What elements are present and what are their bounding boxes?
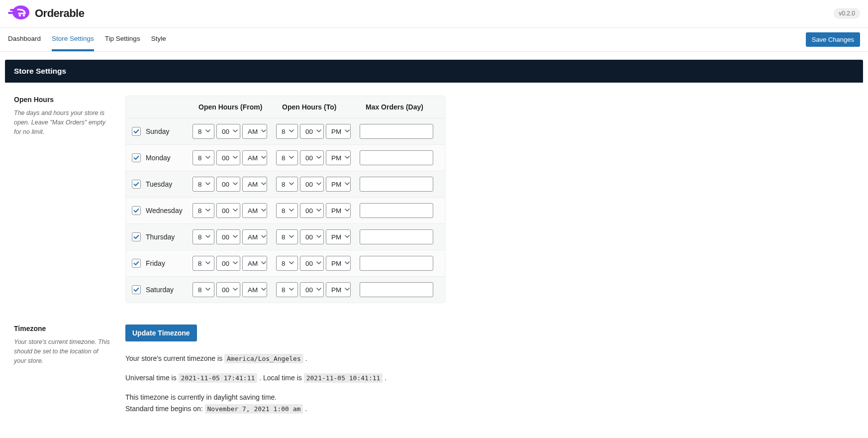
to-ampm-select[interactable]: PM (326, 177, 351, 192)
max-orders-input[interactable] (360, 177, 433, 192)
to-ampm-select[interactable]: PM (326, 124, 351, 139)
chevron-down-icon (261, 207, 267, 215)
from-minute-select[interactable]: 00 (216, 256, 240, 271)
to-ampm-select[interactable]: PM (326, 229, 351, 244)
chevron-down-icon (344, 260, 350, 267)
brand-icon (8, 5, 30, 21)
chevron-down-icon (344, 181, 350, 188)
day-enabled-checkbox[interactable] (132, 127, 141, 136)
max-orders-input[interactable] (360, 203, 433, 218)
to-hour-select[interactable]: 8 (276, 203, 298, 218)
chevron-down-icon (261, 154, 267, 162)
to-ampm-select[interactable]: PM (326, 150, 351, 165)
chevron-down-icon (232, 128, 238, 135)
brand-logo: Orderable (8, 5, 84, 21)
to-minute-select[interactable]: 00 (300, 282, 324, 297)
to-hour-select[interactable]: 8 (276, 282, 298, 297)
day-enabled-checkbox[interactable] (132, 285, 141, 294)
day-enabled-checkbox[interactable] (132, 259, 141, 268)
from-hour-select[interactable]: 8 (193, 203, 214, 218)
from-ampm-select[interactable]: AM (242, 124, 267, 139)
chevron-down-icon (289, 286, 294, 294)
save-changes-button[interactable]: Save Changes (806, 32, 860, 47)
to-hour-select[interactable]: 8 (276, 177, 298, 192)
chevron-down-icon (316, 260, 322, 267)
to-minute-select[interactable]: 00 (300, 256, 324, 271)
to-minute-select[interactable]: 00 (300, 150, 324, 165)
chevron-down-icon (261, 286, 267, 294)
to-minute-select[interactable]: 00 (300, 177, 324, 192)
from-hour-select[interactable]: 8 (193, 282, 214, 297)
chevron-down-icon (205, 128, 211, 135)
day-enabled-checkbox[interactable] (132, 153, 141, 162)
to-hour-select[interactable]: 8 (276, 124, 298, 139)
from-ampm-select[interactable]: AM (242, 150, 267, 165)
local-time: 2021-11-05 10:41:11 (304, 373, 383, 383)
max-orders-input[interactable] (360, 282, 433, 297)
max-orders-input[interactable] (360, 150, 433, 165)
from-ampm-select[interactable]: AM (242, 229, 267, 244)
to-hour-select[interactable]: 8 (276, 229, 298, 244)
tab-dashboard[interactable]: Dashboard (8, 28, 41, 51)
from-hour-select[interactable]: 8 (193, 150, 214, 165)
day-name: Saturday (146, 286, 174, 294)
from-minute-select[interactable]: 00 (216, 203, 240, 218)
to-ampm-select[interactable]: PM (326, 203, 351, 218)
chevron-down-icon (261, 181, 267, 188)
day-enabled-checkbox[interactable] (132, 180, 141, 189)
from-minute-select[interactable]: 00 (216, 177, 240, 192)
to-ampm-select[interactable]: PM (326, 256, 351, 271)
from-ampm-select[interactable]: AM (242, 282, 267, 297)
update-timezone-button[interactable]: Update Timezone (125, 325, 197, 341)
max-orders-input[interactable] (360, 256, 433, 271)
chevron-down-icon (261, 260, 267, 267)
day-row: Thursday800AM800PM (126, 223, 445, 250)
day-enabled-checkbox[interactable] (132, 206, 141, 215)
from-ampm-select[interactable]: AM (242, 177, 267, 192)
from-minute-select[interactable]: 00 (216, 282, 240, 297)
chevron-down-icon (289, 260, 294, 267)
max-orders-input[interactable] (360, 124, 433, 139)
chevron-down-icon (232, 181, 238, 188)
from-minute-select[interactable]: 00 (216, 124, 240, 139)
section-open-hours: Open Hours The days and hours your store… (14, 96, 854, 305)
from-hour-select[interactable]: 8 (193, 229, 214, 244)
chevron-down-icon (316, 128, 322, 135)
chevron-down-icon (289, 233, 294, 241)
from-hour-select[interactable]: 8 (193, 124, 214, 139)
max-orders-input[interactable] (360, 229, 433, 244)
from-hour-select[interactable]: 8 (193, 177, 214, 192)
from-minute-select[interactable]: 00 (216, 229, 240, 244)
chevron-down-icon (344, 286, 350, 294)
day-row: Saturday800AM800PM (126, 276, 445, 303)
open-hours-title: Open Hours (14, 96, 111, 104)
day-enabled-checkbox[interactable] (132, 232, 141, 241)
to-ampm-select[interactable]: PM (326, 282, 351, 297)
from-minute-select[interactable]: 00 (216, 150, 240, 165)
chevron-down-icon (316, 286, 322, 294)
to-hour-select[interactable]: 8 (276, 150, 298, 165)
chevron-down-icon (205, 286, 211, 294)
chevron-down-icon (205, 154, 211, 162)
tab-style[interactable]: Style (151, 28, 166, 51)
chevron-down-icon (316, 207, 322, 215)
from-hour-select[interactable]: 8 (193, 256, 214, 271)
timezone-current-line: Your store's current timezone is America… (125, 353, 553, 364)
tab-store-settings[interactable]: Store Settings (52, 28, 94, 51)
from-ampm-select[interactable]: AM (242, 256, 267, 271)
to-minute-select[interactable]: 00 (300, 124, 324, 139)
to-minute-select[interactable]: 00 (300, 203, 324, 218)
version-badge: v0.2.0 (834, 8, 860, 19)
svg-point-1 (19, 14, 21, 16)
to-minute-select[interactable]: 00 (300, 229, 324, 244)
chevron-down-icon (316, 154, 322, 162)
from-ampm-select[interactable]: AM (242, 203, 267, 218)
chevron-down-icon (344, 233, 350, 241)
open-hours-desc: The days and hours your store is open. L… (14, 109, 111, 136)
to-hour-select[interactable]: 8 (276, 256, 298, 271)
chevron-down-icon (232, 260, 238, 267)
day-row: Sunday800AM800PM (126, 118, 445, 144)
day-name: Thursday (146, 233, 175, 241)
chevron-down-icon (232, 286, 238, 294)
tab-tip-settings[interactable]: Tip Settings (105, 28, 140, 51)
